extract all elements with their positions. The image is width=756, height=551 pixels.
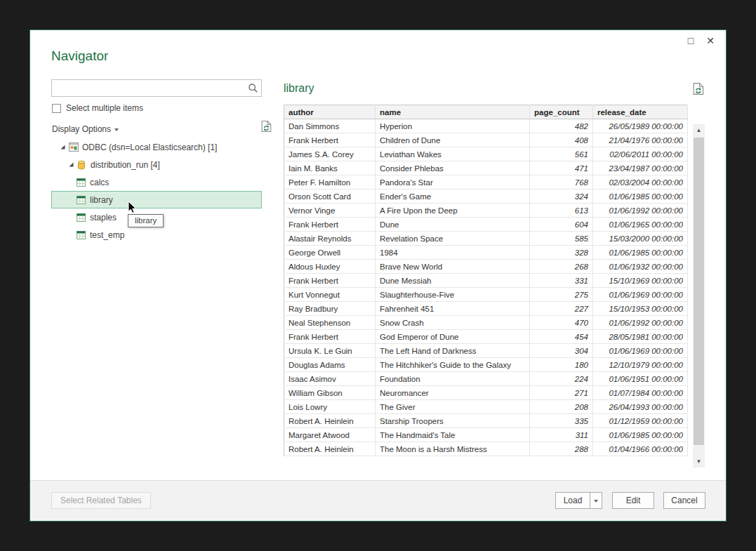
tree-item-label: ODBC (dsn=Local Elasticsearch) [1] bbox=[82, 142, 217, 152]
cell: 324 bbox=[530, 190, 593, 204]
display-options-dropdown[interactable]: Display Options bbox=[52, 124, 119, 134]
scroll-up-icon[interactable]: ▲ bbox=[693, 124, 705, 136]
cell: 01/06/1969 00:00:00 bbox=[593, 288, 688, 302]
table-row: Robert A. HeinleinStarship Troopers33501… bbox=[284, 414, 688, 428]
table-icon bbox=[77, 231, 88, 239]
table-row: James S.A. CoreyLeviathan Wakes56102/06/… bbox=[284, 147, 688, 161]
cell: 01/06/1965 00:00:00 bbox=[593, 218, 688, 232]
cell: Foundation bbox=[376, 372, 530, 386]
cell: Frank Herbert bbox=[284, 218, 376, 232]
maximize-icon[interactable]: □ bbox=[688, 35, 694, 46]
cell: 02/06/2011 00:00:00 bbox=[593, 147, 688, 161]
preview-table-body: Dan SimmonsHyperion48226/05/1989 00:00:0… bbox=[284, 119, 688, 456]
expand-arrow-icon[interactable] bbox=[68, 161, 77, 168]
cell: Revelation Space bbox=[376, 232, 530, 246]
cell: Dune Messiah bbox=[376, 274, 530, 288]
table-row: Vernor VingeA Fire Upon the Deep61301/06… bbox=[284, 204, 688, 218]
cell: 275 bbox=[530, 288, 593, 302]
cell: 23/04/1987 00:00:00 bbox=[593, 161, 688, 175]
preview-table-header-row: authornamepage_countrelease_date bbox=[284, 105, 688, 119]
cell: 01/06/1951 00:00:00 bbox=[593, 372, 688, 386]
tree-item-calcs[interactable]: calcs bbox=[51, 173, 262, 191]
cell: 01/06/1985 00:00:00 bbox=[593, 428, 688, 442]
scrollbar-thumb[interactable] bbox=[694, 138, 704, 445]
cell: Aldous Huxley bbox=[284, 260, 376, 274]
cell: The Giver bbox=[376, 400, 530, 414]
cell: Isaac Asimov bbox=[284, 372, 376, 386]
cell: 1984 bbox=[376, 246, 530, 260]
table-row: Douglas AdamsThe Hitchhiker's Guide to t… bbox=[284, 358, 688, 372]
table-row: Lois LowryThe Giver20826/04/1993 00:00:0… bbox=[284, 400, 688, 414]
navigator-dialog: □ ✕ Navigator Select multiple items Disp… bbox=[29, 29, 727, 522]
cell: God Emperor of Dune bbox=[376, 330, 530, 344]
search-icon[interactable] bbox=[244, 80, 261, 96]
cell: The Left Hand of Darkness bbox=[376, 344, 530, 358]
options-row: Display Options bbox=[52, 122, 263, 135]
tree-item-odbc[interactable]: ODBC (dsn=Local Elasticsearch) [1] bbox=[51, 138, 262, 156]
cell: 01/06/1985 00:00:00 bbox=[593, 246, 688, 260]
cell: 454 bbox=[530, 330, 593, 344]
cell: Neal Stephenson bbox=[284, 316, 376, 330]
column-header-release_date: release_date bbox=[593, 105, 688, 119]
cell: Robert A. Heinlein bbox=[284, 414, 376, 428]
table-row: Neal StephensonSnow Crash47001/06/1992 0… bbox=[284, 316, 688, 330]
scroll-down-icon[interactable]: ▼ bbox=[693, 456, 705, 467]
tree-item-distribution_run[interactable]: distribution_run [4] bbox=[51, 156, 262, 173]
cell: Fahrenheit 451 bbox=[376, 302, 530, 316]
footer-bar: Select Related Tables Load Edit Cancel bbox=[30, 480, 726, 521]
select-multiple-checkbox[interactable] bbox=[52, 104, 61, 113]
cell: Dune bbox=[376, 218, 530, 232]
cell: Vernor Vinge bbox=[284, 204, 376, 218]
select-multiple-label[interactable]: Select multiple items bbox=[66, 103, 143, 113]
expand-arrow-icon[interactable] bbox=[60, 144, 69, 150]
load-button[interactable]: Load bbox=[556, 493, 590, 508]
cell: 328 bbox=[530, 246, 593, 260]
chevron-down-icon bbox=[114, 128, 119, 131]
table-row: Iain M. BanksConsider Phlebas47123/04/19… bbox=[284, 161, 688, 175]
column-header-page_count: page_count bbox=[530, 105, 593, 119]
search-box bbox=[51, 79, 262, 97]
table-row: Frank HerbertDune Messiah33115/10/1969 0… bbox=[284, 274, 688, 288]
cancel-button[interactable]: Cancel bbox=[663, 492, 705, 509]
cell: Ray Bradbury bbox=[284, 302, 376, 316]
close-icon[interactable]: ✕ bbox=[706, 35, 715, 46]
tree-item-library[interactable]: library bbox=[51, 191, 262, 208]
chevron-down-icon bbox=[594, 500, 598, 503]
table-row: Dan SimmonsHyperion48226/05/1989 00:00:0… bbox=[284, 119, 688, 133]
load-dropdown-button[interactable] bbox=[590, 493, 602, 508]
cell: 01/06/1992 00:00:00 bbox=[593, 204, 688, 218]
tree-item-test_emp[interactable]: test_emp bbox=[51, 226, 262, 244]
preview-scrollbar[interactable]: ▲ ▼ bbox=[693, 124, 705, 467]
cell: Frank Herbert bbox=[284, 330, 376, 344]
table-row: Margaret AtwoodThe Handmaid's Tale31101/… bbox=[284, 428, 688, 442]
cell: 288 bbox=[530, 442, 593, 456]
database-icon bbox=[77, 160, 88, 170]
edit-button[interactable]: Edit bbox=[612, 492, 654, 509]
cell: 02/03/2004 00:00:00 bbox=[593, 175, 688, 190]
refresh-preview-button[interactable] bbox=[693, 82, 705, 98]
table-row: Aldous HuxleyBrave New World26801/06/193… bbox=[284, 260, 688, 274]
column-header-author: author bbox=[284, 105, 376, 119]
refresh-tree-button[interactable] bbox=[261, 120, 272, 135]
cell: 26/05/1989 00:00:00 bbox=[593, 119, 688, 133]
cell: Frank Herbert bbox=[284, 133, 376, 147]
preview-table-wrap: authornamepage_countrelease_date Dan Sim… bbox=[284, 105, 688, 456]
cell: Ender's Game bbox=[376, 190, 530, 204]
cell: 561 bbox=[530, 147, 593, 161]
cell: The Hitchhiker's Guide to the Galaxy bbox=[376, 358, 530, 372]
tree-item-label: test_emp bbox=[90, 230, 124, 240]
table-row: Frank HerbertChildren of Dune40821/04/19… bbox=[284, 133, 688, 147]
cell: 482 bbox=[530, 119, 593, 133]
cell: 585 bbox=[530, 232, 593, 246]
select-related-tables-button[interactable]: Select Related Tables bbox=[51, 492, 151, 509]
cell: 471 bbox=[530, 161, 593, 175]
window-controls: □ ✕ bbox=[688, 35, 715, 46]
table-row: Kurt VonnegutSlaughterhouse-Five27501/06… bbox=[284, 288, 688, 302]
cell: 21/04/1976 00:00:00 bbox=[593, 133, 688, 147]
cell: 01/06/1992 00:00:00 bbox=[593, 316, 688, 330]
search-input[interactable] bbox=[52, 81, 244, 95]
cell: Hyperion bbox=[376, 119, 530, 133]
tree-item-label: calcs bbox=[90, 178, 109, 187]
cell: Children of Dune bbox=[376, 133, 530, 147]
cell: 470 bbox=[530, 316, 593, 330]
